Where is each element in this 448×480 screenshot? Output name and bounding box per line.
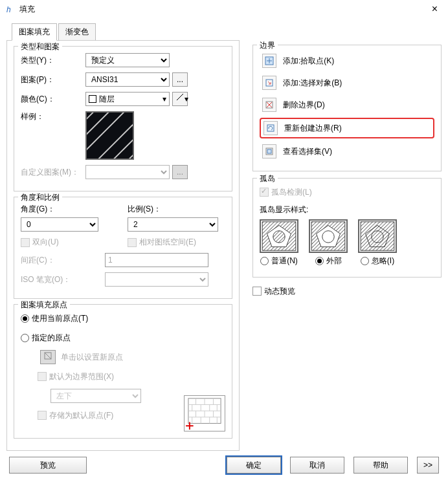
island-normal-label: 普通(N): [271, 256, 298, 265]
remove-boundary-button[interactable]: 删除边界(D): [260, 96, 434, 114]
recreate-boundary-button[interactable]: 重新创建边界(R): [260, 118, 434, 138]
group-title-angle: 角度和比例: [18, 192, 62, 203]
island-ignore-label: 忽略(I): [372, 256, 394, 265]
view-selection-label: 查看选择集(V): [283, 146, 332, 157]
click-new-origin-label: 单击以设置新原点: [61, 352, 123, 363]
help-button[interactable]: 帮助: [353, 457, 408, 474]
svg-line-1: [177, 94, 183, 100]
close-button[interactable]: ×: [427, 3, 443, 15]
group-type-pattern: 类型和图案 类型(Y)： 预定义 图案(P)： ANSI31 ... 颜色(C)…: [14, 46, 232, 191]
origin-preview-icon: [184, 395, 225, 431]
iso-label: ISO 笔宽(O)：: [21, 274, 92, 285]
footer: 预览 确定 取消 帮助 >>: [0, 457, 448, 474]
remove-boundary-label: 删除边界(D): [283, 100, 325, 111]
tab-gradient[interactable]: 渐变色: [58, 23, 96, 41]
dynamic-preview-row[interactable]: 动态预览: [252, 284, 442, 298]
island-detect-label: 孤岛检测(L): [271, 187, 312, 198]
click-new-origin-button: [40, 350, 56, 364]
island-outer-preview[interactable]: [309, 219, 348, 253]
origin-position-select: 左下: [50, 389, 141, 403]
window-title: 填充: [19, 4, 427, 15]
scale-label: 比例(S)：: [128, 204, 225, 215]
add-pickpoint-label: 添加:拾取点(K): [283, 56, 334, 67]
preview-button[interactable]: 预览: [9, 457, 87, 474]
pickpoint-icon: [262, 54, 276, 68]
bidir-label: 双向(U): [32, 237, 59, 246]
paperspace-checkbox: [128, 238, 137, 247]
default-boundary-checkbox: [38, 372, 47, 381]
island-styles: 普通(N) 外部 忽略(I): [260, 219, 434, 267]
left-panel: 类型和图案 类型(Y)： 预定义 图案(P)： ANSI31 ... 颜色(C)…: [6, 40, 240, 451]
color-swatch-icon: [89, 95, 96, 103]
right-panel: 边界 添加:拾取点(K) 添加:选择对象(B) 删除边界(D) 重新创建边界(R…: [252, 41, 442, 451]
spacing-input: [105, 253, 208, 267]
default-boundary-label: 默认为边界范围(X): [49, 371, 114, 382]
svg-rect-40: [267, 149, 271, 153]
recreate-boundary-label: 重新创建边界(R): [284, 123, 342, 134]
custom-pattern-more-button: ...: [172, 165, 188, 179]
svg-text:h: h: [6, 5, 11, 14]
group-title-island: 孤岛: [257, 173, 278, 184]
color-label: 颜色(C)：: [21, 94, 85, 105]
chevron-down-icon: ▾: [162, 94, 166, 104]
select-object-icon: [262, 76, 276, 90]
tab-pattern-fill[interactable]: 图案填充: [12, 23, 57, 41]
island-normal-radio[interactable]: [260, 257, 269, 265]
group-origin: 图案填充原点 使用当前原点(T) 指定的原点 单击以设置新原点 默认为边界范围(…: [14, 304, 232, 439]
type-label: 类型(Y)：: [21, 55, 85, 66]
origin-specify-radio[interactable]: [21, 334, 29, 342]
origin-current-label: 使用当前原点(T): [32, 313, 88, 324]
svg-line-10: [45, 353, 51, 359]
sample-swatch[interactable]: [85, 111, 134, 160]
iso-select: [105, 272, 208, 287]
island-style-label: 孤岛显示样式:: [260, 204, 434, 215]
custom-pattern-select: [85, 165, 170, 179]
add-select-button[interactable]: 添加:选择对象(B): [260, 74, 434, 92]
custom-pattern-label: 自定义图案(M)：: [21, 167, 85, 178]
color-select[interactable]: 随层 ▾: [85, 92, 170, 106]
pattern-select[interactable]: ANSI31: [85, 72, 170, 87]
spacing-label: 间距(C)：: [21, 255, 73, 266]
pattern-label: 图案(P)：: [21, 74, 85, 85]
svg-rect-2: [87, 113, 133, 158]
view-selection-button[interactable]: 查看选择集(V): [260, 142, 434, 160]
group-boundary: 边界 添加:拾取点(K) 添加:选择对象(B) 删除边界(D) 重新创建边界(R…: [252, 45, 442, 171]
add-pickpoint-button[interactable]: 添加:拾取点(K): [260, 52, 434, 70]
color-value: 随层: [99, 94, 115, 105]
pattern-more-button[interactable]: ...: [172, 72, 188, 87]
recreate-boundary-icon: [263, 121, 278, 135]
title-bar: h 填充 ×: [0, 0, 448, 18]
angle-select[interactable]: 0: [21, 217, 98, 232]
add-select-label: 添加:选择对象(B): [283, 78, 342, 89]
island-outer-radio[interactable]: [315, 257, 324, 265]
sample-label: 样例：: [21, 111, 85, 122]
group-island: 孤岛 孤岛检测(L) 孤岛显示样式: 普通(N): [252, 178, 442, 278]
remove-boundary-icon: [262, 98, 276, 112]
scale-select[interactable]: 2: [128, 217, 218, 232]
island-ignore-radio[interactable]: [361, 257, 369, 265]
type-select[interactable]: 预定义: [85, 53, 170, 67]
color-secondary-button[interactable]: ▾: [172, 92, 188, 106]
island-outer-label: 外部: [326, 256, 342, 265]
dynamic-preview-label: 动态预览: [264, 286, 295, 297]
dynamic-preview-checkbox[interactable]: [252, 287, 262, 296]
app-logo-icon: h: [5, 4, 16, 14]
island-ignore-preview[interactable]: [358, 219, 397, 253]
svg-point-44: [273, 231, 285, 243]
island-detect-checkbox: [260, 188, 269, 197]
bidir-checkbox: [21, 238, 30, 247]
angle-label: 角度(G)：: [21, 204, 118, 215]
origin-current-radio[interactable]: [21, 314, 29, 323]
tab-strip: 图案填充 渐变色: [12, 23, 448, 41]
view-selection-icon: [262, 144, 276, 158]
store-default-label: 存储为默认原点(F): [49, 410, 113, 421]
svg-point-47: [322, 231, 334, 243]
ok-button[interactable]: 确定: [227, 457, 281, 474]
island-normal-preview[interactable]: [260, 219, 298, 253]
origin-specify-label: 指定的原点: [32, 333, 71, 344]
paperspace-label: 相对图纸空间(E): [139, 237, 196, 246]
expand-button[interactable]: >>: [417, 457, 439, 474]
store-default-checkbox: [38, 411, 47, 420]
group-angle-scale: 角度和比例 角度(G)： 0 比例(S)： 2 双向(U) 相对图纸空间(E) …: [14, 197, 232, 299]
cancel-button[interactable]: 取消: [290, 457, 344, 474]
